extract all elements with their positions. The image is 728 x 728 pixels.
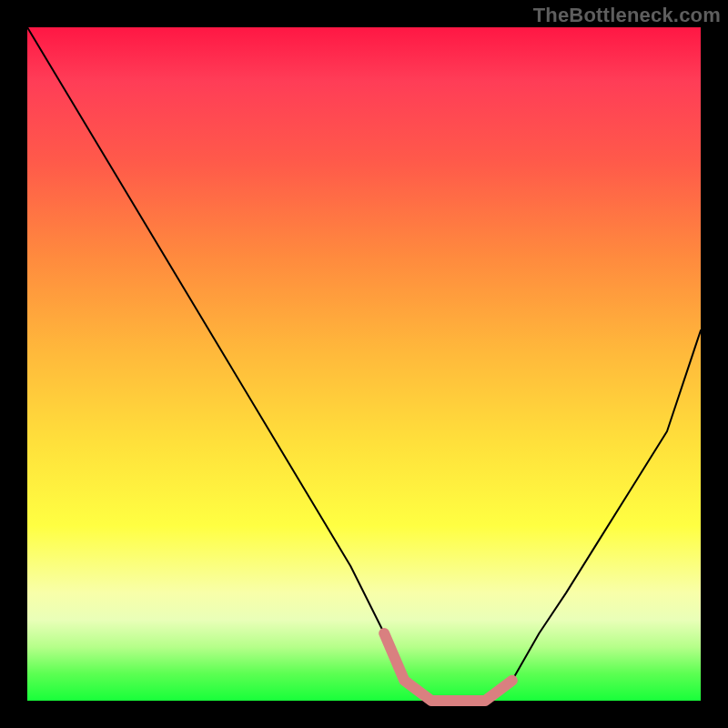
chart-svg [27,27,701,701]
chart-frame: TheBottleneck.com [0,0,728,728]
watermark-text: TheBottleneck.com [533,4,721,27]
bottleneck-curve-path [27,27,701,701]
plot-area [27,27,701,701]
flat-highlight-path [384,633,512,701]
